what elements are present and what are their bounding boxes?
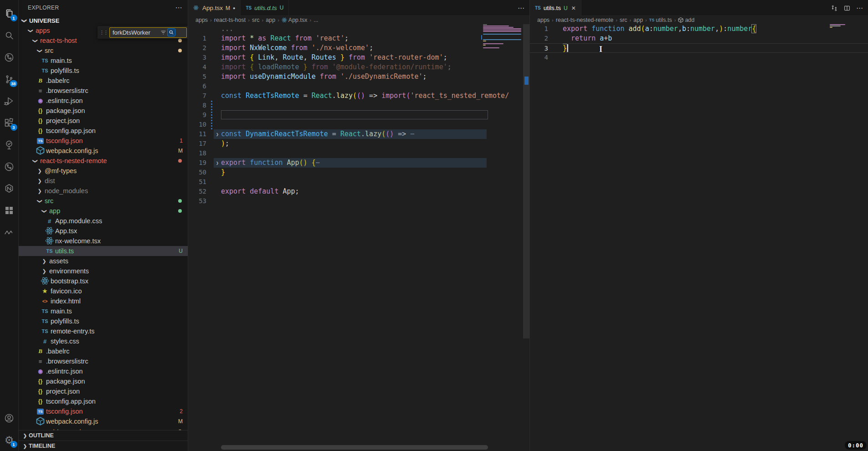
source-control-icon[interactable]: 38 <box>0 68 19 90</box>
filter-icon[interactable] <box>159 28 167 36</box>
vertical-scrollbar[interactable] <box>523 24 529 338</box>
fold-chevron-icon[interactable]: ❯ <box>214 158 221 168</box>
minimap[interactable] <box>830 24 846 30</box>
tree-item-.babelrc[interactable]: B.babelrc <box>19 346 188 356</box>
tree-item-tsconfig.json[interactable]: TStsconfig.json1 <box>19 136 188 146</box>
code-line-2[interactable]: 2 return a+b <box>530 34 868 43</box>
tree-item-.browserslistrc[interactable]: ≡.browserslistrc <box>19 86 188 96</box>
tree-item-react-ts-nested-remote[interactable]: ❯react-ts-nested-remote <box>19 156 188 166</box>
test-tree-icon[interactable] <box>0 134 19 156</box>
code-line-4[interactable]: 4import { loadRemote } from '@module-fed… <box>188 62 529 72</box>
code-line-7[interactable]: 7const ReactTsRemote = React.lazy(() => … <box>188 91 529 101</box>
timeline-section[interactable]: ❯ TIMELINE <box>19 441 188 451</box>
close-icon[interactable]: ✕ <box>571 5 576 11</box>
code-line-6[interactable]: 6 <box>188 82 529 91</box>
code-editor[interactable]: 1export function add(a:number,b:number,)… <box>530 24 868 451</box>
tree-item-tsconfig.app.json[interactable]: {}tsconfig.app.json <box>19 396 188 406</box>
tree-item-app[interactable]: ❯app <box>19 206 188 216</box>
tree-item-App.module.css[interactable]: #App.module.css <box>19 216 188 226</box>
split-editor-icon[interactable] <box>843 5 851 12</box>
breadcrumb-item[interactable]: apps <box>195 17 208 23</box>
tree-item-package.json[interactable]: {}package.json <box>19 106 188 116</box>
account-icon[interactable] <box>0 407 19 429</box>
breadcrumb-item[interactable]: src <box>252 17 260 23</box>
tree-item-index.html[interactable]: <>index.html <box>19 296 188 306</box>
tab-utils.d.ts[interactable]: TSutils.d.tsU <box>241 0 289 15</box>
code-editor[interactable]: ...1import * as React from 'react';2impo… <box>188 24 529 451</box>
code-line-8[interactable]: 8 <box>188 101 529 110</box>
tree-item-nx-welcome.tsx[interactable]: nx-welcome.tsx <box>19 236 188 246</box>
fuzzy-search-icon[interactable] <box>167 28 175 36</box>
tree-item-App.tsx[interactable]: App.tsx <box>19 226 188 236</box>
code-line-1[interactable]: 1import * as React from 'react'; <box>188 34 529 43</box>
source-control-alt-icon[interactable] <box>0 46 19 68</box>
explorer-more-icon[interactable]: ⋯ <box>175 4 182 12</box>
wave-icon[interactable] <box>0 221 19 243</box>
breadcrumb-item[interactable]: src <box>620 17 627 23</box>
tree-item-utils.ts[interactable]: TSutils.tsU <box>19 246 188 256</box>
code-line-53[interactable]: 53 <box>188 196 529 206</box>
drag-handle-icon[interactable]: ⋮⋮ <box>99 30 108 36</box>
workspace-root-row[interactable]: ❯ UNIVERSE <box>19 15 188 26</box>
tab-App.tsx[interactable]: App.tsxM● <box>188 0 241 16</box>
outline-section[interactable]: ❯ OUTLINE <box>19 430 188 441</box>
code-line-4[interactable]: 4 <box>530 53 868 62</box>
code-line-ellipsis[interactable]: ... <box>188 24 529 34</box>
git-graph-icon[interactable] <box>0 156 19 178</box>
tree-item-polyfills.ts[interactable]: TSpolyfills.ts <box>19 316 188 326</box>
settings-gear-icon[interactable]: ⚙1 <box>0 429 19 451</box>
tree-item-dist[interactable]: ❯dist <box>19 176 188 186</box>
breadcrumb-item[interactable]: App.tsx <box>282 17 308 23</box>
tree-item-main.ts[interactable]: TSmain.ts <box>19 56 188 66</box>
code-line-10[interactable]: 10 <box>188 120 529 129</box>
tree-item-polyfills.ts[interactable]: TSpolyfills.ts <box>19 66 188 76</box>
run-debug-icon[interactable] <box>0 90 19 112</box>
horizontal-scrollbar[interactable] <box>221 445 488 450</box>
code-line-50[interactable]: 50} <box>188 168 529 177</box>
code-line-11[interactable]: 11❯const DynamicReactTsRemote = React.la… <box>188 129 529 139</box>
breadcrumb-item[interactable]: add <box>678 17 694 23</box>
code-line-3[interactable]: 3import { Link, Route, Routes } from 're… <box>188 53 529 62</box>
fold-chevron-icon[interactable]: ❯ <box>214 129 221 139</box>
tree-item-@mf-types[interactable]: ❯@mf-types <box>19 166 188 176</box>
breadcrumb-item[interactable]: app <box>266 17 275 23</box>
tab-utils.ts[interactable]: TSutils.tsU✕ <box>530 0 581 16</box>
files-icon[interactable]: 1 <box>0 3 19 25</box>
tree-item-src[interactable]: ❯src <box>19 46 188 56</box>
code-line-51[interactable]: 51 <box>188 177 529 187</box>
tree-item-assets[interactable]: ❯assets <box>19 256 188 266</box>
tree-item-environments[interactable]: ❯environments <box>19 266 188 276</box>
tree-item-favicon.ico[interactable]: ★favicon.ico <box>19 286 188 296</box>
search-icon[interactable] <box>0 25 19 46</box>
more-actions-icon[interactable]: ⋯ <box>518 4 525 12</box>
breadcrumb-item[interactable]: apps <box>537 17 550 23</box>
breadcrumb-item[interactable]: ... <box>313 17 318 23</box>
breadcrumb-item[interactable]: react-ts-host <box>214 17 246 23</box>
breadcrumb-item[interactable]: app <box>633 17 643 23</box>
code-line-19[interactable]: 19❯export function App() {⋯ <box>188 158 529 168</box>
tree-item-src[interactable]: ❯src <box>19 196 188 206</box>
tree-item-main.ts[interactable]: TSmain.ts <box>19 306 188 316</box>
tree-item-node_modules[interactable]: ❯node_modules <box>19 186 188 196</box>
code-line-17[interactable]: 17); <box>188 139 529 149</box>
tree-item-project.json[interactable]: {}project.json <box>19 386 188 396</box>
tree-item-webpack.config.js[interactable]: webpack.config.jsM <box>19 146 188 156</box>
code-line-3[interactable]: 3} <box>530 43 868 53</box>
tree-find-input[interactable] <box>110 29 159 36</box>
minimap[interactable] <box>483 24 522 50</box>
tree-item-styles.css[interactable]: #styles.css <box>19 336 188 346</box>
tree-item-.eslintrc.json[interactable]: ◉.eslintrc.json <box>19 366 188 376</box>
tree-item-.babelrc[interactable]: B.babelrc <box>19 76 188 86</box>
code-line-52[interactable]: 52export default App; <box>188 187 529 196</box>
tree-item-project.json[interactable]: {}project.json <box>19 116 188 126</box>
tree-item-.browserslistrc[interactable]: ≡.browserslistrc <box>19 356 188 366</box>
nx-console-icon[interactable] <box>0 178 19 200</box>
code-line-2[interactable]: 2import NxWelcome from './nx-welcome'; <box>188 43 529 53</box>
open-changes-icon[interactable] <box>831 5 838 12</box>
tree-item-tsconfig.json[interactable]: TStsconfig.json2 <box>19 406 188 416</box>
tree-item-remote-entry.ts[interactable]: TSremote-entry.ts <box>19 326 188 336</box>
tree-item-webpack.config.js[interactable]: webpack.config.jsM <box>19 416 188 426</box>
code-line-1[interactable]: 1export function add(a:number,b:number,)… <box>530 24 868 34</box>
breadcrumb-item[interactable]: TSutils.ts <box>649 17 672 23</box>
tree-item-package.json[interactable]: {}package.json <box>19 376 188 386</box>
